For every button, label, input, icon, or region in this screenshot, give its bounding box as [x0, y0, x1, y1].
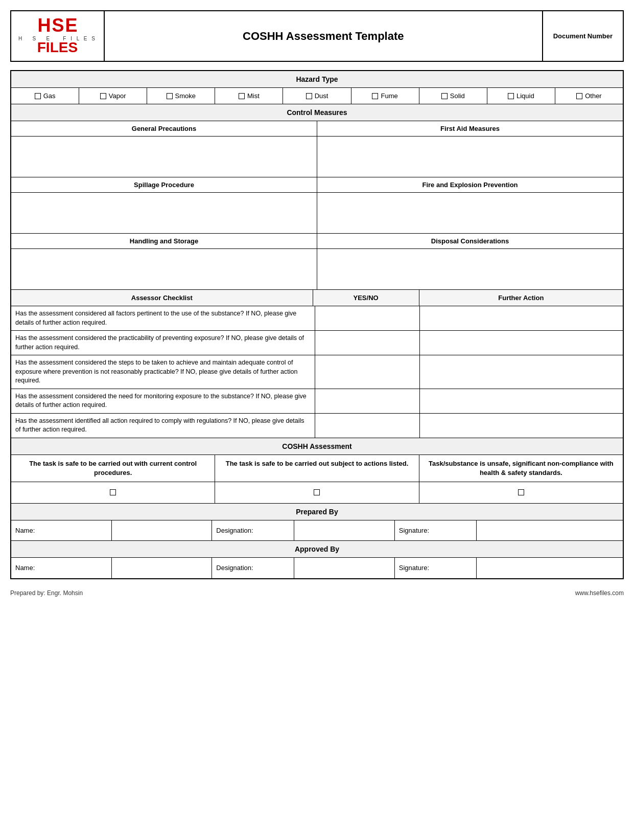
checklist-text-0: Has the assessment considered all factor… [11, 306, 315, 330]
hazard-mist[interactable]: Mist [215, 88, 283, 104]
prepared-designation-value[interactable] [294, 520, 395, 540]
disposal-label: Disposal Considerations [317, 234, 623, 248]
logo-bottom-row: F I L E S [37, 39, 78, 56]
checklist-action-3[interactable] [420, 389, 623, 413]
page-footer: Prepared by: Engr. Mohsin www.hsefiles.c… [10, 589, 624, 597]
approved-name-value[interactable] [112, 558, 213, 578]
hazard-vapor-label: Vapor [109, 92, 126, 100]
checklist-yesno-3[interactable] [315, 389, 420, 413]
hazard-dust-label: Dust [315, 92, 328, 100]
coshh-checkbox-1[interactable] [110, 489, 116, 495]
control-measures-header: Control Measures [11, 104, 623, 121]
yesno-label: YES/NO [313, 290, 419, 306]
handling-label: Handling and Storage [11, 234, 317, 248]
hazard-liquid[interactable]: Liquid [487, 88, 555, 104]
checklist-yesno-4[interactable] [315, 414, 420, 438]
checkbox-vapor[interactable] [100, 93, 106, 99]
hazard-smoke-label: Smoke [175, 92, 196, 100]
logo-e: E [65, 16, 77, 35]
checklist-row-1: Has the assessment considered the practi… [11, 331, 623, 355]
spillage-fire-header: Spillage Procedure Fire and Explosion Pr… [11, 177, 623, 193]
logo-section: H S E H S E F I L E S F I L E S [11, 11, 105, 61]
hazard-solid[interactable]: Solid [419, 88, 487, 104]
spillage-fire-content [11, 193, 623, 234]
checklist-action-4[interactable] [420, 414, 623, 438]
hazard-vapor[interactable]: Vapor [79, 88, 147, 104]
checklist-action-0[interactable] [420, 306, 623, 330]
hazard-fume-label: Fume [381, 92, 397, 100]
logo-i: I [46, 39, 50, 56]
hazard-liquid-label: Liquid [516, 92, 534, 100]
logo: H S E H S E F I L E S F I L E S [18, 16, 97, 56]
hazard-smoke[interactable]: Smoke [147, 88, 215, 104]
checklist-row-3: Has the assessment considered the need f… [11, 389, 623, 414]
checkbox-fume[interactable] [372, 93, 378, 99]
general-firstaid-header: General Precautions First Aid Measures [11, 121, 623, 137]
coshh-checkbox-col3[interactable] [419, 482, 623, 503]
handling-content[interactable] [11, 249, 317, 289]
coshh-labels-row: The task is safe to be carried out with … [11, 455, 623, 482]
checkbox-smoke[interactable] [167, 93, 173, 99]
hazard-dust[interactable]: Dust [283, 88, 351, 104]
prepared-by-row: Name: Designation: Signature: [11, 520, 623, 541]
checklist-text-1: Has the assessment considered the practi… [11, 331, 315, 355]
approved-designation-label: Designation: [212, 558, 294, 578]
checklist-yesno-1[interactable] [315, 331, 420, 355]
coshh-checkbox-col2[interactable] [215, 482, 419, 503]
checklist-row-4: Has the assessment identified all action… [11, 414, 623, 438]
coshh-checkbox-3[interactable] [518, 489, 524, 495]
general-firstaid-content [11, 137, 623, 177]
hazard-fume[interactable]: Fume [351, 88, 419, 104]
hazard-type-header: Hazard Type [11, 71, 623, 88]
checkbox-other[interactable] [576, 93, 582, 99]
checklist-action-1[interactable] [420, 331, 623, 355]
approved-signature-value[interactable] [477, 558, 623, 578]
prepared-signature-value[interactable] [477, 520, 623, 540]
approved-name-label: Name: [11, 558, 112, 578]
coshh-assessment-header: COSHH Assessment [11, 438, 623, 455]
disposal-content[interactable] [317, 249, 623, 289]
fire-explosion-content[interactable] [317, 193, 623, 233]
coshh-checkbox-2[interactable] [314, 489, 320, 495]
hazard-other[interactable]: Other [555, 88, 623, 104]
checkbox-mist[interactable] [239, 93, 245, 99]
prepared-name-value[interactable] [112, 520, 213, 540]
hazard-solid-label: Solid [450, 92, 465, 100]
handling-disposal-header: Handling and Storage Disposal Considerat… [11, 234, 623, 249]
fire-explosion-label: Fire and Explosion Prevention [317, 177, 623, 192]
coshh-col3-label: Task/substance is unsafe, significant no… [419, 455, 623, 482]
spillage-label: Spillage Procedure [11, 177, 317, 192]
document-header: H S E H S E F I L E S F I L E S COSHH As… [10, 10, 624, 62]
coshh-checkboxes-row [11, 482, 623, 504]
logo-l2: L [50, 39, 59, 56]
checklist-yesno-2[interactable] [315, 355, 420, 389]
assessor-checklist-label: Assessor Checklist [11, 290, 313, 306]
checkbox-dust[interactable] [306, 93, 312, 99]
checkbox-liquid[interactable] [508, 93, 514, 99]
spillage-content[interactable] [11, 193, 317, 233]
checkbox-solid[interactable] [441, 93, 448, 99]
prepared-designation-label: Designation: [212, 520, 294, 540]
checklist-yesno-0[interactable] [315, 306, 420, 330]
checkbox-gas[interactable] [35, 93, 41, 99]
coshh-col1-label: The task is safe to be carried out with … [11, 455, 215, 482]
checklist-action-2[interactable] [420, 355, 623, 389]
prepared-name-label: Name: [11, 520, 112, 540]
document-number-label: Document Number [542, 11, 623, 61]
general-precautions-content[interactable] [11, 137, 317, 177]
checklist-text-4: Has the assessment identified all action… [11, 414, 315, 438]
further-action-label: Further Action [419, 290, 623, 306]
checklist-text-3: Has the assessment considered the need f… [11, 389, 315, 413]
hazard-checkboxes-row: Gas Vapor Smoke Mist Dust Fume Solid Li [11, 88, 623, 104]
logo-f: F [37, 39, 46, 56]
coshh-checkbox-col1[interactable] [11, 482, 215, 503]
prepared-by-header: Prepared By [11, 504, 623, 520]
approved-designation-value[interactable] [294, 558, 395, 578]
checklist-row-2: Has the assessment considered the steps … [11, 355, 623, 389]
approved-by-row: Name: Designation: Signature: [11, 558, 623, 578]
hazard-gas[interactable]: Gas [11, 88, 79, 104]
general-precautions-label: General Precautions [11, 121, 317, 136]
approved-signature-label: Signature: [395, 558, 477, 578]
checklist-text-2: Has the assessment considered the steps … [11, 355, 315, 389]
first-aid-content[interactable] [317, 137, 623, 177]
